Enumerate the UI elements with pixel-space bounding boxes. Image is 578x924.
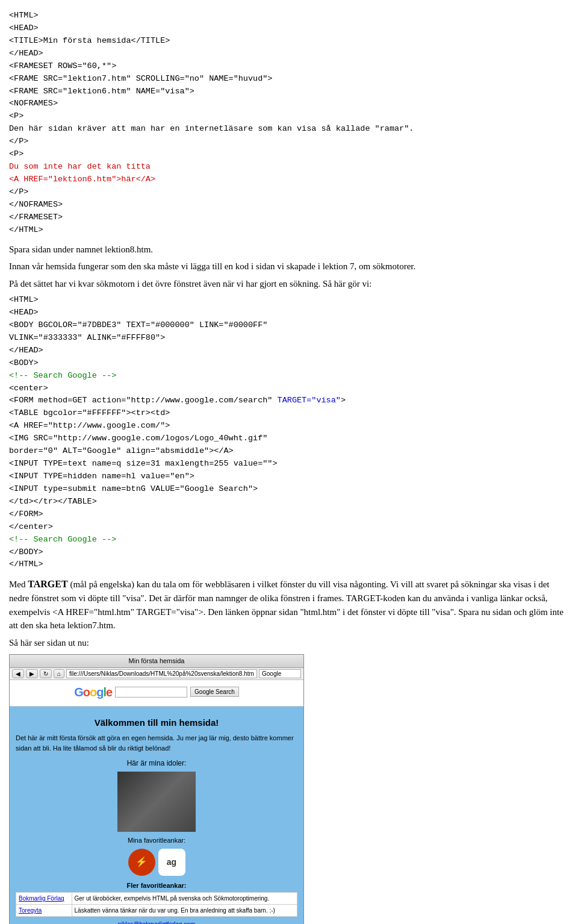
code-line: </HTML> <box>9 558 569 571</box>
code-line: <FRAME SRC="lektion6.htm" NAME="visa"> <box>9 86 569 98</box>
browser-content: Google Google Search Välkommen till min … <box>10 680 303 924</box>
fav-links-row: ⚡ ag <box>16 849 297 876</box>
code-line: </HEAD> <box>9 345 569 357</box>
bottom-table: Bokmarlig Förlag Ger ut läroböcker, exmp… <box>16 892 297 917</box>
code-line-blue: <FORM method=GET action="http://www.goog… <box>9 395 569 407</box>
code-line: <A HREF="http://www.google.com/"> <box>9 420 569 432</box>
fav-icon-2: ag <box>158 849 185 876</box>
code-line: </FORM> <box>9 508 569 521</box>
email-link[interactable]: niklas@bokmarligtforlag.com <box>118 921 196 924</box>
table-cell-link: Toregyta <box>16 905 72 917</box>
code-line-red: <A HREF="lektion6.htm">här</A> <box>9 173 569 186</box>
code-line-red: Du som inte har det kan titta <box>9 161 569 173</box>
code-line: Den här sidan kräver att man har en inte… <box>9 123 569 136</box>
paragraph-2: Innan vår hemsida fungerar som den ska m… <box>9 260 569 273</box>
code-line: </center> <box>9 521 569 534</box>
fav-links-heading: Fler favoritleankar: <box>16 881 297 891</box>
code-block-1: <HTML> <HEAD> <TITLE>Min första hemsida<… <box>9 10 569 237</box>
fav-icon-1: ⚡ <box>128 849 155 876</box>
code-line: <INPUT type=submit name=btnG VALUE="Goog… <box>9 483 569 496</box>
code-line: <FRAMESET ROWS="60,*"> <box>9 60 569 73</box>
paragraph-3: På det sättet har vi kvar sökmotorn i de… <box>9 277 569 291</box>
frame-top-inner: Google Google Search <box>16 683 297 701</box>
browser-toolbar: ◀ ▶ ↻ ⌂ <box>10 668 303 680</box>
code-line: </td></tr></TABLE> <box>9 496 569 508</box>
code-line: </BODY> <box>9 546 569 559</box>
code-line: VLINK="#333333" ALINK="#FFFF80"> <box>9 332 569 345</box>
code-line: <HTML> <box>9 294 569 307</box>
photo-placeholder <box>117 772 196 832</box>
email-footer: niklas@bokmarligtforlag.com <box>16 920 297 924</box>
welcome-heading: Välkommen till min hemsida! <box>16 716 297 730</box>
code-line: </HTML> <box>9 224 569 237</box>
code-line: <BODY> <box>9 357 569 370</box>
table-link[interactable]: Bokmarlig Förlag <box>19 895 64 902</box>
google-logo: Google <box>74 683 112 701</box>
google-search-input[interactable] <box>115 687 187 698</box>
code-line: </HEAD> <box>9 48 569 60</box>
code-line: <TABLE bgcolor="#FFFFFF"><tr><td> <box>9 407 569 420</box>
browser-title: Min första hemsida <box>129 657 185 664</box>
code-line: <FRAME SRC="lektion7.htm" SCROLLING="no"… <box>9 73 569 86</box>
code-line: <HEAD> <box>9 22 569 35</box>
code-line-comment: <!-- Search Google --> <box>9 370 569 382</box>
table-link-2[interactable]: Toregyta <box>19 907 42 914</box>
code-line: <INPUT TYPE=hidden name=hl value="en"> <box>9 470 569 483</box>
code-line: <P> <box>9 110 569 123</box>
table-row: Toregyta Läskatten vänna tänkar när du v… <box>16 905 297 917</box>
browser-search-input[interactable] <box>259 669 301 678</box>
code-line: <TITLE>Min första hemsida</TITLE> <box>9 35 569 48</box>
code-line: <IMG SRC="http://www.google.com/logos/Lo… <box>9 432 569 445</box>
target-keyword: TARGET <box>28 579 67 589</box>
code-line: <BODY BGCOLOR="#7DBDE3" TEXT="#000000" L… <box>9 319 569 332</box>
back-button[interactable]: ◀ <box>12 669 24 678</box>
table-cell-link: Bokmarlig Förlag <box>16 893 72 905</box>
code-line-comment: <!-- Search Google --> <box>9 534 569 546</box>
code-line: <P> <box>9 148 569 161</box>
photo-caption: Mina favoritleankar: <box>16 835 297 846</box>
google-search-button[interactable]: Google Search <box>190 687 239 697</box>
code-line: </FRAMESET> <box>9 211 569 224</box>
home-button[interactable]: ⌂ <box>54 669 64 678</box>
code-line: <HEAD> <box>9 307 569 319</box>
code-line: </P> <box>9 186 569 199</box>
body-text: Det här är mitt första försök att göra e… <box>16 733 297 753</box>
browser-screenshot: Min första hemsida ◀ ▶ ↻ ⌂ Google Google… <box>9 654 304 924</box>
reload-button[interactable]: ↻ <box>40 669 52 678</box>
frame-bottom: Välkommen till min hemsida! Det här är m… <box>10 707 303 924</box>
paragraph-1: Spara sidan under namnet lektion8.htm. <box>9 243 569 257</box>
code-line: <HTML> <box>9 10 569 22</box>
idols-heading: Här är mina idoler: <box>16 758 297 769</box>
code-block-2: <HTML> <HEAD> <BODY BGCOLOR="#7DBDE3" TE… <box>9 294 569 571</box>
code-line: </P> <box>9 136 569 148</box>
paragraph-4: Så här ser sidan ut nu: <box>9 636 569 650</box>
code-line: </NOFRAMES> <box>9 199 569 211</box>
code-line: <NOFRAMES> <box>9 98 569 110</box>
frame-top: Google Google Search <box>10 680 303 707</box>
browser-titlebar: Min första hemsida <box>10 655 303 668</box>
paragraph-target: Med TARGET (mål på engelska) kan du tala… <box>9 577 569 632</box>
code-line: <center> <box>9 382 569 395</box>
table-row: Bokmarlig Förlag Ger ut läroböcker, exmp… <box>16 893 297 905</box>
table-cell-desc: Ger ut läroböcker, exmpelvis HTML på sve… <box>72 893 297 905</box>
code-line: border="0" ALT="Google" align="absmiddle… <box>9 445 569 458</box>
code-line: <INPUT TYPE=text name=q size=31 maxlengt… <box>9 458 569 470</box>
table-cell-desc-2: Läskatten vänna tänkar när du var ung. E… <box>72 905 297 917</box>
address-bar[interactable] <box>66 669 257 678</box>
forward-button[interactable]: ▶ <box>26 669 38 678</box>
